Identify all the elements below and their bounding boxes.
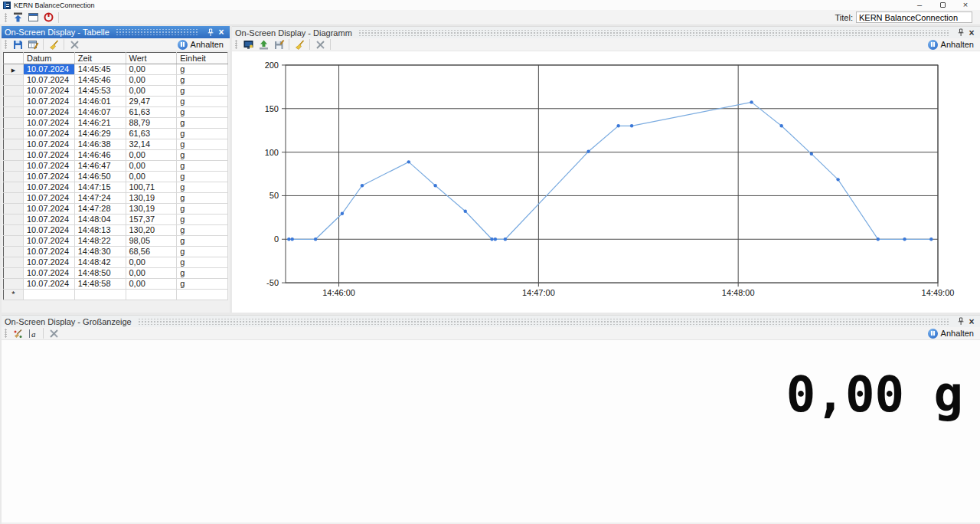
table-cell[interactable]: 0,00: [126, 172, 177, 182]
table-cell[interactable]: 100,71: [126, 182, 177, 193]
table-cell[interactable]: 10.07.2024: [24, 182, 75, 193]
table-cell[interactable]: g: [177, 193, 228, 204]
table-cell[interactable]: 10.07.2024: [24, 247, 75, 257]
table-cell[interactable]: g: [177, 172, 228, 182]
table-cell[interactable]: 14:45:46: [74, 75, 126, 86]
table-cell[interactable]: 10.07.2024: [24, 279, 75, 290]
table-cell[interactable]: 14:46:47: [74, 161, 126, 172]
copy-image-button[interactable]: [240, 38, 256, 51]
table-cell[interactable]: g: [177, 215, 228, 225]
table-cell[interactable]: 0,00: [126, 257, 177, 268]
maximize-button[interactable]: [937, 1, 948, 9]
table-cell[interactable]: g: [177, 150, 228, 161]
table-cell[interactable]: g: [177, 236, 228, 247]
table-cell[interactable]: [177, 290, 228, 300]
table-cell[interactable]: 10.07.2024: [24, 193, 75, 204]
settings-button[interactable]: [67, 38, 82, 51]
row-header-cell[interactable]: [4, 225, 24, 236]
table-cell[interactable]: g: [177, 64, 228, 75]
clear-button[interactable]: [46, 38, 61, 51]
column-header-zeit[interactable]: Zeit: [74, 53, 126, 64]
new-row-marker[interactable]: *: [4, 290, 24, 300]
table-cell[interactable]: g: [177, 107, 228, 118]
table-cell[interactable]: 14:47:24: [74, 193, 126, 204]
table-cell[interactable]: g: [177, 279, 228, 290]
stop-button[interactable]: Anhalten: [928, 329, 977, 339]
row-header-cell[interactable]: [4, 172, 24, 182]
table-cell[interactable]: [74, 290, 126, 300]
window-layout-button[interactable]: [25, 11, 41, 25]
table-cell[interactable]: 0,00: [126, 161, 177, 172]
table-cell[interactable]: 29,47: [126, 97, 177, 107]
table-cell[interactable]: 98,05: [126, 236, 177, 247]
row-header-cell[interactable]: [4, 182, 24, 193]
table-cell[interactable]: 10.07.2024: [24, 204, 75, 215]
panel-close-button[interactable]: ×: [966, 316, 977, 327]
pin-button[interactable]: [205, 27, 216, 38]
column-header-datum[interactable]: Datum: [24, 53, 75, 64]
table-cell[interactable]: 0,00: [126, 150, 177, 161]
row-header-cell[interactable]: [4, 204, 24, 215]
edit-table-button[interactable]: [25, 38, 41, 51]
table-cell[interactable]: 0,00: [126, 64, 177, 75]
row-header-cell[interactable]: [4, 257, 24, 268]
table-cell[interactable]: 14:46:29: [74, 129, 126, 139]
table-cell[interactable]: 14:48:13: [74, 225, 126, 236]
row-header-cell[interactable]: [4, 139, 24, 150]
row-header-cell[interactable]: [4, 161, 24, 172]
table-cell[interactable]: 14:46:01: [74, 97, 126, 107]
table-cell[interactable]: 0,00: [126, 86, 177, 97]
table-cell[interactable]: 10.07.2024: [24, 129, 75, 139]
table-cell[interactable]: g: [177, 204, 228, 215]
row-header-cell[interactable]: [4, 97, 24, 107]
table-cell[interactable]: 14:48:58: [74, 279, 126, 290]
row-header-cell[interactable]: [4, 129, 24, 139]
table-cell[interactable]: 68,56: [126, 247, 177, 257]
table-cell[interactable]: g: [177, 75, 228, 86]
table-cell[interactable]: g: [177, 182, 228, 193]
table-cell[interactable]: g: [177, 247, 228, 257]
table-cell[interactable]: g: [177, 118, 228, 129]
table-cell[interactable]: 0,00: [126, 268, 177, 279]
row-header-cell[interactable]: [4, 236, 24, 247]
table-cell[interactable]: 14:45:45: [74, 64, 126, 75]
table-cell[interactable]: 10.07.2024: [24, 236, 75, 247]
row-header-cell[interactable]: [4, 247, 24, 257]
table-cell[interactable]: 10.07.2024: [24, 139, 75, 150]
export-button[interactable]: [256, 38, 271, 51]
table-cell[interactable]: 14:47:15: [74, 182, 126, 193]
table-cell[interactable]: 10.07.2024: [24, 172, 75, 182]
table-cell[interactable]: 14:46:07: [74, 107, 126, 118]
table-cell[interactable]: [126, 290, 177, 300]
titel-input[interactable]: [856, 11, 972, 23]
column-header-wert[interactable]: Wert: [126, 53, 177, 64]
table-cell[interactable]: 10.07.2024: [24, 161, 75, 172]
table-cell[interactable]: 10.07.2024: [24, 75, 75, 86]
settings-button[interactable]: [312, 38, 328, 51]
table-cell[interactable]: 14:46:21: [74, 118, 126, 129]
table-cell[interactable]: 10.07.2024: [24, 225, 75, 236]
table-cell[interactable]: g: [177, 257, 228, 268]
table-cell[interactable]: [24, 290, 75, 300]
table-cell[interactable]: 10.07.2024: [24, 215, 75, 225]
pin-top-button[interactable]: [10, 11, 25, 25]
table-cell[interactable]: 14:46:38: [74, 139, 126, 150]
close-button[interactable]: ×: [960, 1, 971, 9]
table-cell[interactable]: 14:45:53: [74, 86, 126, 97]
table-cell[interactable]: 14:48:30: [74, 247, 126, 257]
panel-close-button[interactable]: ×: [966, 28, 977, 38]
pin-button[interactable]: [956, 316, 966, 327]
panel-chart-titlebar[interactable]: On-Screen Display - Diagramm ×: [232, 26, 980, 38]
panel-display-titlebar[interactable]: On-Screen Display - Großanzeige ×: [2, 315, 980, 327]
table-cell[interactable]: 0,00: [126, 75, 177, 86]
table-cell[interactable]: 10.07.2024: [24, 268, 75, 279]
table-cell[interactable]: 61,63: [126, 107, 177, 118]
row-header-cell[interactable]: [4, 268, 24, 279]
save-as-button[interactable]: [271, 38, 286, 51]
column-header-einheit[interactable]: Einheit: [177, 53, 228, 64]
table-cell[interactable]: 157,37: [126, 215, 177, 225]
table-cell[interactable]: 10.07.2024: [24, 64, 75, 75]
table-cell[interactable]: g: [177, 139, 228, 150]
row-header-cell[interactable]: [4, 150, 24, 161]
table-cell[interactable]: g: [177, 86, 228, 97]
